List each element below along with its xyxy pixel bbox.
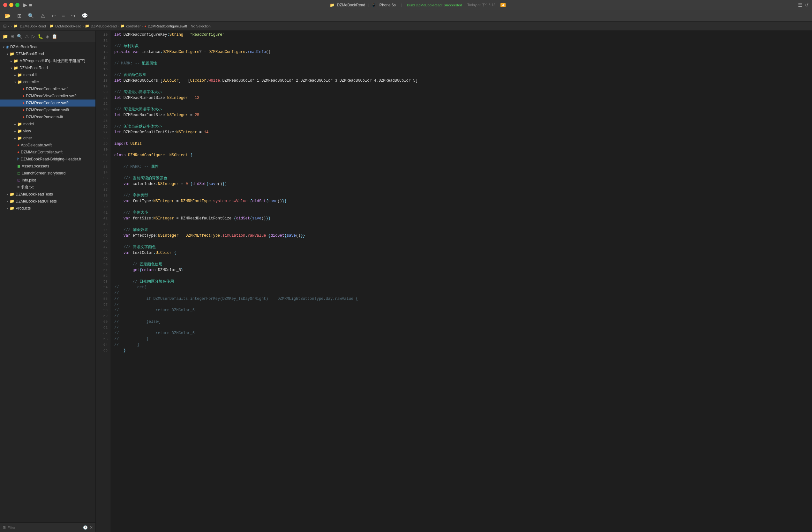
tree-item-view[interactable]: ▸ 📁 view <box>0 128 96 135</box>
breadcrumb-item-5[interactable]: DZMReadConfigure.swift <box>148 24 187 28</box>
breadcrumb-item-6[interactable]: No Selection <box>191 24 211 28</box>
tree-item-model[interactable]: ▸ 📁 model <box>0 121 96 128</box>
sidebar-find-btn[interactable]: 🔍 <box>17 34 22 39</box>
code-content[interactable]: let DZMReadConfigureKey:String = "ReadCo… <box>111 31 812 532</box>
maximize-button[interactable] <box>15 3 19 7</box>
breadcrumb: ⊞ ‹ › 📁 DZMeBookRead › 📁 DZMeBookRead › … <box>0 22 812 31</box>
tree-item-maincontroller[interactable]: ▸ ● DZMMainController.swift <box>0 149 96 156</box>
sidebar-debug-btn[interactable]: 🐛 <box>38 34 43 39</box>
folder-icon[interactable]: 📂 <box>3 12 12 19</box>
tree-item-readparser[interactable]: ▸ ● DZMReadParser.swift <box>0 114 96 121</box>
line-numbers: 1011121314 1516171819 2021222324 2526272… <box>96 31 111 532</box>
minimize-button[interactable] <box>9 3 13 7</box>
tree-item-menuui[interactable]: ▸ 📁 menuUI <box>0 71 96 78</box>
comment-icon[interactable]: 💬 <box>81 12 89 19</box>
tree-item-dzme-sub[interactable]: ▾ 📁 DZMeBookRead <box>0 64 96 71</box>
filter-icon: ⊞ <box>2 525 6 530</box>
nav-back-icon[interactable]: ↺ <box>805 2 809 8</box>
breadcrumb-item-1[interactable]: DZMeBookRead <box>20 24 46 28</box>
title-bar-right: ☰ ↺ <box>798 2 809 8</box>
sidebar: 📁 ⊞ 🔍 ⚠ ▷ 🐛 ◈ 📋 ▾ ◉ DZMeBookRead ▾ 📁 DZM… <box>0 31 96 532</box>
build-status: Build DZMeBookRead: Succeeded <box>407 3 462 7</box>
recent-files-icon[interactable]: 🕐 <box>83 525 88 530</box>
show-only-icon[interactable]: ✕ <box>90 525 93 530</box>
tree-item-tests[interactable]: ▸ 📁 DZMeBookReadTests <box>0 191 96 198</box>
sidebar-vcs-btn[interactable]: ⊞ <box>11 34 14 39</box>
run-button[interactable]: ▶ <box>23 2 27 8</box>
warning-badge: 4 <box>501 3 506 8</box>
device-name: iPhone 6s <box>379 3 395 8</box>
tree-item-launchscreen[interactable]: ▸ ◻ LaunchScreen.storyboard <box>0 170 96 177</box>
breadcrumb-grid-icon[interactable]: ⊞ <box>3 24 7 28</box>
sidebar-report-btn[interactable]: 📋 <box>52 34 57 39</box>
tree-item-assets[interactable]: ▸ ◼ Assets.xcassets <box>0 163 96 170</box>
list-icon[interactable]: ≡ <box>61 12 66 19</box>
tree-item-other[interactable]: ▸ 📁 other <box>0 135 96 142</box>
tree-item-bridging[interactable]: ▸ h DZMeBookRead-Bridging-Header.h <box>0 156 96 163</box>
sidebar-bottom: ⊞ 🕐 ✕ <box>0 522 96 532</box>
tree-item-readconfigure[interactable]: ▸ ● DZMReadConfigure.swift <box>0 100 96 106</box>
title-bar-center: 📁 DZMeBookRead | 📱 iPhone 6s | Build DZM… <box>37 2 798 8</box>
code-area[interactable]: 1011121314 1516171819 2021222324 2526272… <box>96 31 812 532</box>
new-group-icon[interactable]: ⊞ <box>16 12 23 19</box>
stop-button[interactable]: ■ <box>29 2 32 8</box>
tree-item-products[interactable]: ▸ 📁 Products <box>0 205 96 212</box>
sidebar-breakpoint-btn[interactable]: ◈ <box>46 34 49 39</box>
sidebar-test-btn[interactable]: ▷ <box>32 34 35 39</box>
tree-item-controller[interactable]: ▾ 📁 controller <box>0 78 96 86</box>
breadcrumb-item-3[interactable]: DZMeBookRead <box>91 24 116 28</box>
breadcrumb-swift-icon: ● <box>144 24 146 28</box>
forward-icon[interactable]: ↪ <box>70 12 77 19</box>
breadcrumb-forward[interactable]: › <box>11 24 12 28</box>
project-name: DZMeBookRead <box>337 3 365 8</box>
project-icon: 📁 <box>330 3 334 8</box>
tree-item-infoplist[interactable]: ▸ ⊡ Info.plist <box>0 177 96 184</box>
main-layout: 📁 ⊞ 🔍 ⚠ ▷ 🐛 ◈ 📋 ▾ ◉ DZMeBookRead ▾ 📁 DZM… <box>0 31 812 532</box>
breadcrumb-folder-icon: 📁 <box>13 24 18 28</box>
breadcrumb-back[interactable]: ‹ <box>8 24 9 28</box>
editor: 1011121314 1516171819 2021222324 2526272… <box>96 31 812 532</box>
sidebar-toolbar: 📁 ⊞ 🔍 ⚠ ▷ 🐛 ◈ 📋 <box>0 31 96 42</box>
tree-item-txt[interactable]: ▸ ≡ 求魔.txt <box>0 184 96 191</box>
toolbar: 📂 ⊞ 🔍 ⚠ ↩ ≡ ↪ 💬 <box>0 10 812 22</box>
filter-input[interactable] <box>8 526 81 530</box>
window-controls <box>3 3 19 7</box>
tree-item-readcontroller[interactable]: ▸ ● DZMReadController.swift <box>0 86 96 92</box>
tree-item-group[interactable]: ▾ 📁 DZMeBookRead <box>0 50 96 57</box>
close-button[interactable] <box>3 3 8 7</box>
device-icon: 📱 <box>371 3 376 8</box>
tree-item-readviewcontroller[interactable]: ▸ ● DZMReadViewController.swift <box>0 92 96 100</box>
sidebar-content: ▾ ◉ DZMeBookRead ▾ 📁 DZMeBookRead ▸ 📁 MB… <box>0 42 96 522</box>
breadcrumb-folder-icon-4: 📁 <box>120 24 125 28</box>
breadcrumb-folder-icon-3: 📁 <box>85 24 89 28</box>
breadcrumb-folder-icon-2: 📁 <box>49 24 54 28</box>
tree-item-root[interactable]: ▾ ◉ DZMeBookRead <box>0 43 96 50</box>
sidebar-issues-btn[interactable]: ⚠ <box>25 34 29 39</box>
tree-item-appdelegate[interactable]: ▸ ● AppDelegate.swift <box>0 142 96 149</box>
list-view-icon[interactable]: ☰ <box>798 2 802 8</box>
tree-item-uitests[interactable]: ▸ 📁 DZMeBookReadUITests <box>0 198 96 205</box>
breadcrumb-item-4[interactable]: controller <box>126 24 141 28</box>
tree-item-mbprogress[interactable]: ▸ 📁 MBProgressHUD(...时使用用于阻挡下) <box>0 57 96 64</box>
breadcrumb-item-2[interactable]: DZMeBookRead <box>55 24 81 28</box>
back-icon[interactable]: ↩ <box>50 12 57 19</box>
tree-item-readoperation[interactable]: ▸ ● DZMReadOperation.swift <box>0 106 96 114</box>
search-icon[interactable]: 🔍 <box>27 12 35 19</box>
warning-icon[interactable]: ⚠ <box>39 12 46 19</box>
sidebar-folder-btn[interactable]: 📁 <box>2 34 8 39</box>
title-bar: ▶ ■ 📁 DZMeBookRead | 📱 iPhone 6s | Build… <box>0 0 812 10</box>
